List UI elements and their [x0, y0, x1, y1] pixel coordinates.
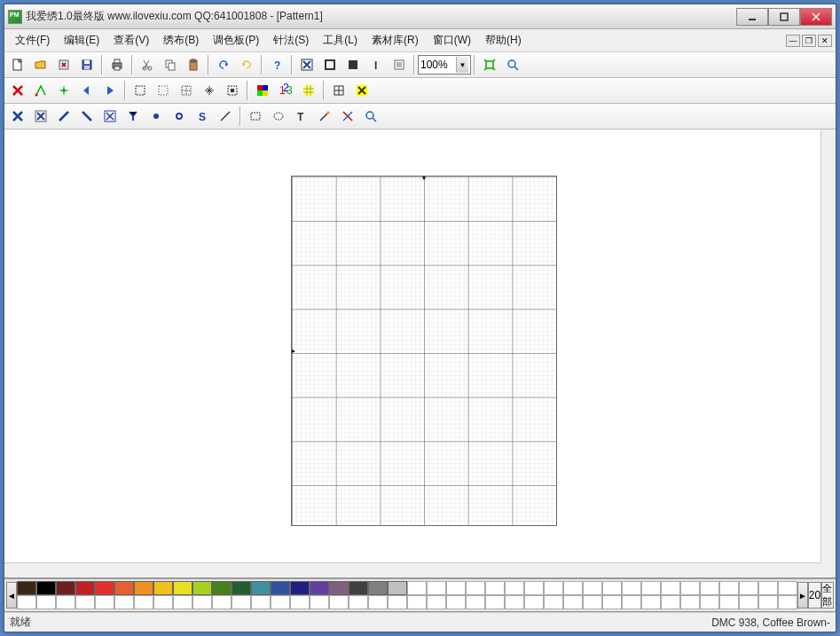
empty-swatch[interactable] [661, 595, 680, 609]
empty-swatch[interactable] [173, 595, 192, 609]
empty-swatch[interactable] [114, 595, 134, 609]
y-stitch-button[interactable] [122, 106, 144, 127]
empty-swatch[interactable] [192, 595, 212, 609]
empty-swatch[interactable] [427, 595, 446, 609]
empty-swatch[interactable] [36, 595, 56, 609]
menu-window[interactable]: 窗口(W) [426, 31, 478, 50]
empty-swatch[interactable] [212, 595, 232, 609]
empty-swatch[interactable] [446, 581, 466, 595]
menu-help[interactable]: 帮助(H) [478, 31, 529, 50]
color-swatch[interactable] [212, 581, 232, 595]
back-button[interactable] [76, 80, 98, 101]
delete-button[interactable] [7, 80, 28, 101]
mdi-close-button[interactable]: ✕ [818, 35, 832, 47]
fill-button[interactable] [342, 54, 364, 75]
box-button[interactable] [319, 54, 341, 75]
undo-button[interactable] [213, 54, 234, 75]
empty-swatch[interactable] [466, 595, 485, 609]
info-button[interactable]: I [365, 54, 387, 75]
copy-button[interactable] [160, 54, 181, 75]
color-swatch[interactable] [310, 581, 329, 595]
color-swatch[interactable] [134, 581, 153, 595]
paste-button[interactable] [183, 54, 204, 75]
empty-swatch[interactable] [485, 581, 505, 595]
close-file-button[interactable] [53, 54, 75, 75]
cross-tool-button[interactable] [7, 106, 28, 127]
empty-swatch[interactable] [778, 595, 797, 609]
half-stitch2-button[interactable] [76, 106, 98, 127]
empty-swatch[interactable] [407, 595, 427, 609]
empty-swatch[interactable] [563, 581, 583, 595]
empty-swatch[interactable] [680, 581, 700, 595]
empty-swatch[interactable] [407, 581, 427, 595]
mdi-minimize-button[interactable]: ― [786, 35, 800, 47]
empty-swatch[interactable] [583, 581, 602, 595]
rect-select-button[interactable] [245, 106, 266, 127]
empty-swatch[interactable] [739, 595, 758, 609]
empty-swatch[interactable] [544, 595, 563, 609]
empty-swatch[interactable] [719, 581, 739, 595]
menu-edit[interactable]: 编辑(E) [57, 31, 106, 50]
empty-swatch[interactable] [739, 581, 758, 595]
cross-stitch-button[interactable] [296, 54, 318, 75]
empty-swatch[interactable] [641, 595, 661, 609]
bead-button[interactable] [169, 106, 190, 127]
empty-swatch[interactable] [310, 595, 329, 609]
empty-swatch[interactable] [719, 595, 739, 609]
empty-swatch[interactable] [95, 595, 114, 609]
menu-fabric[interactable]: 绣布(B) [156, 31, 206, 50]
color-swatch[interactable] [192, 581, 212, 595]
horizontal-scrollbar[interactable] [4, 562, 820, 577]
empty-swatch[interactable] [153, 595, 173, 609]
empty-swatch[interactable] [446, 595, 466, 609]
color-swatch[interactable] [290, 581, 310, 595]
empty-swatch[interactable] [329, 595, 349, 609]
empty-swatch[interactable] [778, 581, 797, 595]
select-grid-button[interactable] [176, 80, 197, 101]
redo-button[interactable] [236, 54, 257, 75]
menu-view[interactable]: 查看(V) [106, 31, 156, 50]
empty-swatch[interactable] [368, 595, 388, 609]
empty-swatch[interactable] [232, 595, 251, 609]
play-button[interactable] [99, 80, 121, 101]
cut-button[interactable] [137, 54, 158, 75]
empty-swatch[interactable] [524, 581, 544, 595]
color-swatch[interactable] [368, 581, 388, 595]
color-swatch[interactable] [17, 581, 36, 595]
empty-swatch[interactable] [349, 595, 368, 609]
empty-swatch[interactable] [485, 595, 505, 609]
color-swatch[interactable] [349, 581, 368, 595]
quarter-stitch-button[interactable] [99, 106, 121, 127]
wand-tool-button[interactable] [314, 106, 335, 127]
numbers-button[interactable]: 123 [275, 80, 296, 101]
special-stitch-button[interactable]: S [192, 106, 213, 127]
print-button[interactable] [106, 54, 128, 75]
maximize-button[interactable] [768, 8, 800, 26]
color-swatch[interactable] [36, 581, 56, 595]
select-dot-button[interactable] [153, 80, 174, 101]
empty-swatch[interactable] [758, 595, 778, 609]
empty-swatch[interactable] [661, 581, 680, 595]
empty-swatch[interactable] [56, 595, 75, 609]
color-swatch[interactable] [75, 581, 95, 595]
menu-palette[interactable]: 调色板(P) [206, 31, 266, 50]
close-button[interactable] [800, 8, 832, 26]
half-stitch1-button[interactable] [53, 106, 75, 127]
x-yellow-button[interactable] [351, 80, 373, 101]
select-dash-button[interactable] [130, 80, 151, 101]
color-swatch[interactable] [114, 581, 134, 595]
line-tool-button[interactable] [215, 106, 236, 127]
zoom-button[interactable] [502, 54, 523, 75]
zoom-select[interactable]: 100% ▼ [418, 55, 471, 75]
empty-swatch[interactable] [758, 581, 778, 595]
ellipse-select-button[interactable] [268, 106, 289, 127]
empty-swatch[interactable] [680, 595, 700, 609]
palette-scroll-left[interactable]: ◄ [6, 582, 17, 609]
menu-library[interactable]: 素材库(R) [365, 31, 426, 50]
menu-stitch[interactable]: 针法(S) [266, 31, 316, 50]
empty-swatch[interactable] [290, 595, 310, 609]
empty-swatch[interactable] [271, 595, 290, 609]
empty-swatch[interactable] [75, 595, 95, 609]
color-swatch[interactable] [271, 581, 290, 595]
help-button[interactable]: ? [266, 54, 287, 75]
